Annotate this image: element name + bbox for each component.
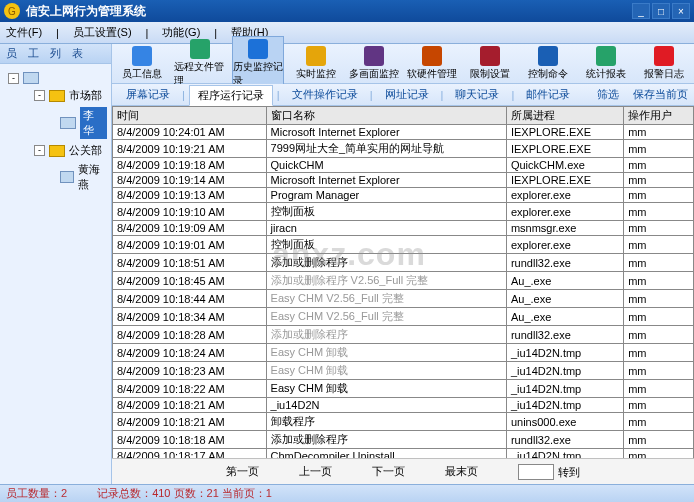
toolbar-icon <box>480 46 500 66</box>
subtab[interactable]: 网址记录 <box>377 85 437 104</box>
table-row[interactable]: 8/4/2009 10:18:23 AMEasy CHM 卸载_iu14D2N.… <box>113 362 694 380</box>
table-cell: 8/4/2009 10:18:34 AM <box>113 308 267 326</box>
table-cell: IEXPLORE.EXE <box>506 125 623 140</box>
table-row[interactable]: 8/4/2009 10:18:21 AM_iu14D2N_iu14D2N.tmp… <box>113 398 694 413</box>
table-cell: mm <box>624 431 694 449</box>
employee-tree[interactable]: --市场部李华-公关部黄海燕 <box>0 64 111 484</box>
subtab[interactable]: 程序运行记录 <box>189 85 273 106</box>
table-row[interactable]: 8/4/2009 10:18:21 AM卸载程序unins000.exemm <box>113 413 694 431</box>
table-row[interactable]: 8/4/2009 10:19:13 AMProgram Managerexplo… <box>113 188 694 203</box>
table-row[interactable]: 8/4/2009 10:18:18 AM添加或删除程序rundll32.exem… <box>113 431 694 449</box>
table-cell: 8/4/2009 10:19:09 AM <box>113 221 267 236</box>
toolbar-item[interactable]: 统计报表 <box>580 44 632 83</box>
table-cell: explorer.exe <box>506 236 623 254</box>
table-row[interactable]: 8/4/2009 10:19:01 AM控制面板explorer.exemm <box>113 236 694 254</box>
table-container: anxz.com 时间窗口名称所属进程操作用户 8/4/2009 10:24:0… <box>112 106 694 458</box>
table-row[interactable]: 8/4/2009 10:19:10 AM控制面板explorer.exemm <box>113 203 694 221</box>
table-row[interactable]: 8/4/2009 10:18:22 AMEasy CHM 卸载_iu14D2N.… <box>113 380 694 398</box>
pager-goto[interactable]: 转到 <box>558 466 580 478</box>
toolbar-item[interactable]: 员工信息 <box>116 44 168 83</box>
tree-label: 李华 <box>80 107 107 139</box>
table-cell: Au_.exe <box>506 272 623 290</box>
pager-prev[interactable]: 上一页 <box>299 464 332 479</box>
toolbar-label: 员工信息 <box>122 67 162 81</box>
toolbar-label: 实时监控 <box>296 67 336 81</box>
toolbar-item[interactable]: 实时监控 <box>290 44 342 83</box>
table-row[interactable]: 8/4/2009 10:18:44 AMEasy CHM V2.56_Full … <box>113 290 694 308</box>
toolbar-item[interactable]: 控制命令 <box>522 44 574 83</box>
menubar: 文件(F) | 员工设置(S) | 功能(G) | 帮助(H) <box>0 22 694 44</box>
table-cell: Easy CHM V2.56_Full 完整 <box>266 290 506 308</box>
toolbar-item[interactable]: 报警日志 <box>638 44 690 83</box>
toolbar-item[interactable]: 多画面监控 <box>348 44 400 83</box>
table-cell: mm <box>624 203 694 221</box>
table-cell: mm <box>624 173 694 188</box>
tree-toggle-icon[interactable]: - <box>34 145 45 156</box>
table-cell: 8/4/2009 10:19:13 AM <box>113 188 267 203</box>
toolbar-item[interactable]: 限制设置 <box>464 44 516 83</box>
pager-next[interactable]: 下一页 <box>372 464 405 479</box>
table-cell: mm <box>624 413 694 431</box>
tree-node[interactable]: 李华 <box>60 105 107 141</box>
table-cell: 8/4/2009 10:19:21 AM <box>113 140 267 158</box>
pager-page-input[interactable] <box>518 464 554 480</box>
column-header[interactable]: 时间 <box>113 107 267 125</box>
column-header[interactable]: 操作用户 <box>624 107 694 125</box>
tree-node[interactable]: -公关部 <box>34 141 107 160</box>
toolbar-item[interactable]: 软硬件管理 <box>406 44 458 83</box>
table-row[interactable]: 8/4/2009 10:19:18 AMQuickCHMQuickCHM.exe… <box>113 158 694 173</box>
tree-toggle-icon[interactable]: - <box>34 90 45 101</box>
close-button[interactable]: × <box>672 3 690 19</box>
table-cell: _iu14D2N.tmp <box>506 449 623 459</box>
toolbar-icon <box>596 46 616 66</box>
table-cell: unins000.exe <box>506 413 623 431</box>
toolbar-icon <box>654 46 674 66</box>
maximize-button[interactable]: □ <box>652 3 670 19</box>
save-page-link[interactable]: 保存当前页 <box>633 87 688 102</box>
toolbar-icon <box>538 46 558 66</box>
subtab[interactable]: 聊天记录 <box>447 85 507 104</box>
table-row[interactable]: 8/4/2009 10:24:01 AMMicrosoft Internet E… <box>113 125 694 140</box>
table-cell: mm <box>624 326 694 344</box>
column-header[interactable]: 窗口名称 <box>266 107 506 125</box>
table-row[interactable]: 8/4/2009 10:18:28 AM添加或删除程序rundll32.exem… <box>113 326 694 344</box>
table-row[interactable]: 8/4/2009 10:18:45 AM添加或删除程序 V2.56_Full 完… <box>113 272 694 290</box>
table-row[interactable]: 8/4/2009 10:18:34 AMEasy CHM V2.56_Full … <box>113 308 694 326</box>
table-row[interactable]: 8/4/2009 10:18:51 AM添加或删除程序rundll32.exem… <box>113 254 694 272</box>
tree-node[interactable]: 黄海燕 <box>60 160 107 194</box>
subtab[interactable]: 文件操作记录 <box>284 85 366 104</box>
table-cell: Au_.exe <box>506 290 623 308</box>
tree-label: 黄海燕 <box>78 162 107 192</box>
window-title: 信安上网行为管理系统 <box>26 3 632 20</box>
table-cell: Easy CHM 卸载 <box>266 344 506 362</box>
table-cell: 添加或删除程序 <box>266 254 506 272</box>
toolbar-label: 报警日志 <box>644 67 684 81</box>
table-row[interactable]: 8/4/2009 10:18:17 AMChmDecompiler Uninst… <box>113 449 694 459</box>
tree-node[interactable]: -市场部 <box>34 86 107 105</box>
table-cell: 8/4/2009 10:19:01 AM <box>113 236 267 254</box>
tree-toggle-icon[interactable]: - <box>8 73 19 84</box>
table-cell: 8/4/2009 10:19:10 AM <box>113 203 267 221</box>
table-cell: 8/4/2009 10:18:22 AM <box>113 380 267 398</box>
table-cell: 8/4/2009 10:19:18 AM <box>113 158 267 173</box>
pager-last[interactable]: 最末页 <box>445 464 478 479</box>
toolbar-item[interactable]: 历史监控记录 <box>232 36 284 91</box>
table-cell: rundll32.exe <box>506 431 623 449</box>
table-row[interactable]: 8/4/2009 10:19:09 AMjiracnmsnmsgr.exemm <box>113 221 694 236</box>
subtab[interactable]: 邮件记录 <box>518 85 578 104</box>
table-row[interactable]: 8/4/2009 10:18:24 AMEasy CHM 卸载_iu14D2N.… <box>113 344 694 362</box>
table-cell: mm <box>624 380 694 398</box>
subtab[interactable]: 屏幕记录 <box>118 85 178 104</box>
table-row[interactable]: 8/4/2009 10:19:21 AM7999网址大全_简单实用的网址导航IE… <box>113 140 694 158</box>
toolbar-icon <box>248 39 268 59</box>
table-cell: mm <box>624 290 694 308</box>
table-row[interactable]: 8/4/2009 10:19:14 AMMicrosoft Internet E… <box>113 173 694 188</box>
pager-first[interactable]: 第一页 <box>226 464 259 479</box>
filter-link[interactable]: 筛选 <box>597 87 619 102</box>
menu-employee[interactable]: 员工设置(S) <box>73 25 132 40</box>
toolbar-item[interactable]: 远程文件管理 <box>174 37 226 90</box>
minimize-button[interactable]: _ <box>632 3 650 19</box>
table-cell: 8/4/2009 10:24:01 AM <box>113 125 267 140</box>
column-header[interactable]: 所属进程 <box>506 107 623 125</box>
menu-file[interactable]: 文件(F) <box>6 25 42 40</box>
